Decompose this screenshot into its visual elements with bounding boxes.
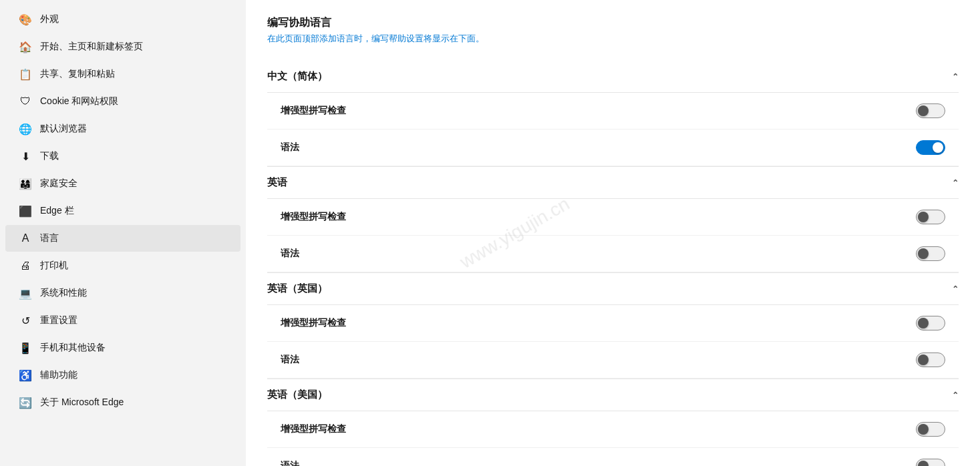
sidebar-item-reset[interactable]: ↺ 重置设置 <box>5 307 240 334</box>
sidebar: 🎨 外观 🏠 开始、主页和新建标签页 📋 共享、复制和粘贴 🛡 Cookie 和… <box>0 0 246 466</box>
setting-label-english-uk-grammar: 语法 <box>281 354 299 366</box>
setting-row-english-us-enhanced-spell: 增强型拼写检查 <box>267 411 959 448</box>
language-group-english: 英语 ⌃ 增强型拼写检查语法 <box>267 167 959 273</box>
toggle-english-enhanced-spell[interactable] <box>916 210 945 224</box>
sidebar-label-accessibility: 辅助功能 <box>40 369 77 381</box>
sidebar-item-family-safety[interactable]: 👨‍👩‍👧 家庭安全 <box>5 170 240 197</box>
language-header-english[interactable]: 英语 ⌃ <box>267 167 959 199</box>
cookies-icon: 🛡 <box>19 95 32 108</box>
sidebar-label-about: 关于 Microsoft Edge <box>40 397 124 409</box>
setting-row-english-grammar: 语法 <box>267 236 959 272</box>
sidebar-label-start-home: 开始、主页和新建标签页 <box>40 41 143 53</box>
setting-label-chinese-simplified-grammar: 语法 <box>281 142 299 154</box>
sidebar-label-family-safety: 家庭安全 <box>40 178 77 190</box>
setting-row-english-uk-grammar: 语法 <box>267 342 959 379</box>
about-icon: 🔄 <box>19 396 32 409</box>
start-home-icon: 🏠 <box>19 40 32 53</box>
setting-row-english-uk-enhanced-spell: 增强型拼写检查 <box>267 305 959 342</box>
sidebar-label-printer: 打印机 <box>40 260 68 272</box>
downloads-icon: ⬇ <box>19 150 32 163</box>
language-name-english: 英语 <box>267 176 287 189</box>
appearance-icon: 🎨 <box>19 13 32 26</box>
default-browser-icon: 🌐 <box>19 122 32 136</box>
printer-icon: 🖨 <box>19 259 32 272</box>
sidebar-item-start-home[interactable]: 🏠 开始、主页和新建标签页 <box>5 33 240 60</box>
toggle-english-us-grammar[interactable] <box>916 459 945 466</box>
sidebar-label-mobile: 手机和其他设备 <box>40 342 106 354</box>
sidebar-item-mobile[interactable]: 📱 手机和其他设备 <box>5 334 240 361</box>
sidebar-label-share-copy-paste: 共享、复制和粘贴 <box>40 68 115 80</box>
toggle-english-us-enhanced-spell[interactable] <box>916 422 945 437</box>
reset-icon: ↺ <box>19 314 32 327</box>
toggle-english-grammar[interactable] <box>916 246 945 261</box>
system-icon: 💻 <box>19 286 32 300</box>
setting-row-chinese-simplified-grammar: 语法 <box>267 130 959 166</box>
language-name-english-us: 英语（美国） <box>267 389 327 401</box>
setting-row-english-enhanced-spell: 增强型拼写检查 <box>267 199 959 236</box>
edge-bar-icon: ⬛ <box>19 204 32 218</box>
toggle-english-uk-enhanced-spell[interactable] <box>916 316 945 330</box>
setting-label-english-us-enhanced-spell: 增强型拼写检查 <box>281 423 346 435</box>
chevron-icon-english-uk: ⌃ <box>952 284 959 294</box>
toggle-english-uk-grammar[interactable] <box>916 353 945 367</box>
sidebar-item-share-copy-paste[interactable]: 📋 共享、复制和粘贴 <box>5 61 240 87</box>
sidebar-label-downloads: 下载 <box>40 150 59 162</box>
sidebar-item-cookies[interactable]: 🛡 Cookie 和网站权限 <box>5 88 240 115</box>
sidebar-label-default-browser: 默认浏览器 <box>40 123 87 135</box>
toggle-chinese-simplified-grammar[interactable] <box>916 140 945 155</box>
page-subtitle: 在此页面顶部添加语言时，编写帮助设置将显示在下面。 <box>267 33 959 45</box>
sidebar-item-about[interactable]: 🔄 关于 Microsoft Edge <box>5 389 240 416</box>
page-title: 编写协助语言 <box>267 16 959 30</box>
language-name-english-uk: 英语（英国） <box>267 282 327 295</box>
share-copy-paste-icon: 📋 <box>19 67 32 81</box>
chevron-icon-chinese-simplified: ⌃ <box>952 72 959 81</box>
setting-label-english-us-grammar: 语法 <box>281 460 299 466</box>
accessibility-icon: ♿ <box>19 369 32 382</box>
sidebar-item-language[interactable]: A 语言 <box>5 225 240 252</box>
main-content: 编写协助语言 在此页面顶部添加语言时，编写帮助设置将显示在下面。 中文（简体） … <box>246 0 980 466</box>
family-safety-icon: 👨‍👩‍👧 <box>19 177 32 190</box>
setting-label-chinese-simplified-enhanced-spell: 增强型拼写检查 <box>281 105 346 117</box>
setting-row-english-us-grammar: 语法 <box>267 448 959 466</box>
sidebar-label-language: 语言 <box>40 232 59 244</box>
language-header-chinese-simplified[interactable]: 中文（简体） ⌃ <box>267 61 959 93</box>
setting-label-english-grammar: 语法 <box>281 248 299 260</box>
language-group-chinese-simplified: 中文（简体） ⌃ 增强型拼写检查语法 <box>267 61 959 167</box>
language-icon: A <box>19 232 32 245</box>
sidebar-label-cookies: Cookie 和网站权限 <box>40 95 118 107</box>
sidebar-item-default-browser[interactable]: 🌐 默认浏览器 <box>5 115 240 142</box>
language-header-english-us[interactable]: 英语（美国） ⌃ <box>267 379 959 411</box>
mobile-icon: 📱 <box>19 341 32 355</box>
sidebar-label-system: 系统和性能 <box>40 287 87 299</box>
language-group-english-uk: 英语（英国） ⌃ 增强型拼写检查语法 <box>267 273 959 379</box>
sidebar-item-accessibility[interactable]: ♿ 辅助功能 <box>5 362 240 389</box>
toggle-chinese-simplified-enhanced-spell[interactable] <box>916 103 945 118</box>
sidebar-item-edge-bar[interactable]: ⬛ Edge 栏 <box>5 198 240 224</box>
setting-row-chinese-simplified-enhanced-spell: 增强型拼写检查 <box>267 93 959 130</box>
sidebar-label-reset: 重置设置 <box>40 314 77 326</box>
language-group-english-us: 英语（美国） ⌃ 增强型拼写检查语法 <box>267 379 959 466</box>
setting-label-english-uk-enhanced-spell: 增强型拼写检查 <box>281 317 346 329</box>
sidebar-item-system[interactable]: 💻 系统和性能 <box>5 280 240 306</box>
sidebar-item-printer[interactable]: 🖨 打印机 <box>5 252 240 279</box>
sidebar-label-edge-bar: Edge 栏 <box>40 205 74 217</box>
sidebar-label-appearance: 外观 <box>40 13 59 25</box>
chevron-icon-english-us: ⌃ <box>952 391 959 400</box>
language-name-chinese-simplified: 中文（简体） <box>267 70 327 83</box>
setting-label-english-enhanced-spell: 增强型拼写检查 <box>281 211 346 223</box>
sidebar-item-downloads[interactable]: ⬇ 下载 <box>5 143 240 170</box>
chevron-icon-english: ⌃ <box>952 178 959 188</box>
sidebar-item-appearance[interactable]: 🎨 外观 <box>5 6 240 33</box>
language-header-english-uk[interactable]: 英语（英国） ⌃ <box>267 273 959 305</box>
